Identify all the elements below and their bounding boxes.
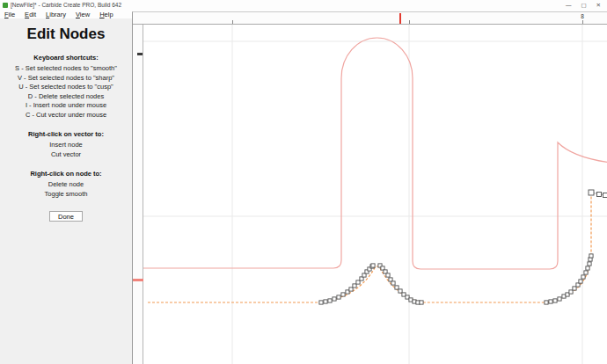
app-icon [3,3,8,8]
node-handle[interactable] [597,193,602,197]
node-handle[interactable] [549,300,552,303]
shortcut-section: Right-click on vector to:Insert nodeCut … [0,130,132,159]
section-heading: Right-click on node to: [0,170,132,178]
node-handle[interactable] [584,271,588,274]
ruler-tick [582,20,583,24]
shortcut-line: D - Delete selected nodes [0,92,132,102]
node-handle[interactable] [553,299,557,302]
node-handle[interactable] [420,301,423,304]
node-handle[interactable] [391,281,395,285]
menu-item-help[interactable]: Help [99,11,113,18]
vector-drawing [133,12,607,364]
node-handle[interactable] [589,254,593,258]
section-heading: Right-click on vector to: [0,130,132,138]
node-handle[interactable] [371,264,375,267]
ruler-tick [232,20,233,24]
close-button[interactable]: ✕ [596,0,601,10]
section-heading: Keyboard shortcuts: [0,54,132,62]
menu-item-file[interactable]: File [4,11,15,18]
canvas-area[interactable]: 8 [132,11,607,364]
node-handle[interactable] [603,193,607,198]
ruler-tick [409,20,410,24]
titlebar: [NewFile]* - Carbide Create PRO, Build 6… [0,0,607,10]
ruler-tick-label: 8 [581,13,584,19]
node-handle[interactable] [589,190,594,195]
node-handle[interactable] [579,280,582,283]
node-handle[interactable] [341,293,345,296]
shortcut-section: Right-click on node to:Delete nodeToggle… [0,170,132,199]
ruler-cursor-indicator [133,279,143,281]
node-handle[interactable] [386,273,390,277]
shortcut-line: C - Cut vector under mouse [0,111,132,120]
node-handle[interactable] [337,295,340,299]
window-title: [NewFile]* - Carbide Create PRO, Build 6… [11,2,566,8]
shortcut-section: Keyboard shortcuts:S - Set selected node… [0,54,132,120]
shortcut-line: Cut vector [0,150,132,160]
edit-nodes-panel: Edit Nodes Keyboard shortcuts:S - Set se… [0,18,132,364]
menu-item-library[interactable]: Library [46,11,66,18]
shortcut-line: S - Set selected nodes to "smooth" [0,64,132,74]
ruler-cursor-indicator [399,13,401,24]
page-title: Edit Nodes [0,25,132,43]
maximize-button[interactable]: ▢ [581,0,586,10]
vertical-ruler [133,25,143,364]
done-button[interactable]: Done [49,211,83,222]
shortcut-line: U - Set selected nodes to "cusp" [0,83,132,92]
app-window: [NewFile]* - Carbide Create PRO, Build 6… [0,0,607,364]
node-handle[interactable] [588,262,591,266]
menu-item-edit[interactable]: Edit [25,11,36,18]
shortcut-line: V - Set selected nodes to "sharp" [0,74,132,84]
node-handle[interactable] [545,301,548,304]
horizontal-ruler: 8 [133,12,607,25]
menu-item-view[interactable]: View [76,11,90,18]
selected-vector-path[interactable] [148,194,591,302]
node-handle[interactable] [586,266,589,270]
shortcut-line: Toggle smooth [0,190,132,200]
node-handle[interactable] [581,275,585,279]
node-handle[interactable] [328,299,332,302]
shortcut-line: Delete node [0,180,132,190]
ruler-origin-marker [137,53,143,55]
shortcut-line: I - Insert node under mouse [0,101,132,111]
minimize-button[interactable]: — [566,0,572,10]
shortcut-line: Insert node [0,141,132,150]
node-handle[interactable] [558,297,561,301]
vector-path[interactable] [143,38,607,269]
node-handle[interactable] [324,300,327,303]
node-handle[interactable] [333,297,336,301]
node-handle[interactable] [319,301,323,304]
